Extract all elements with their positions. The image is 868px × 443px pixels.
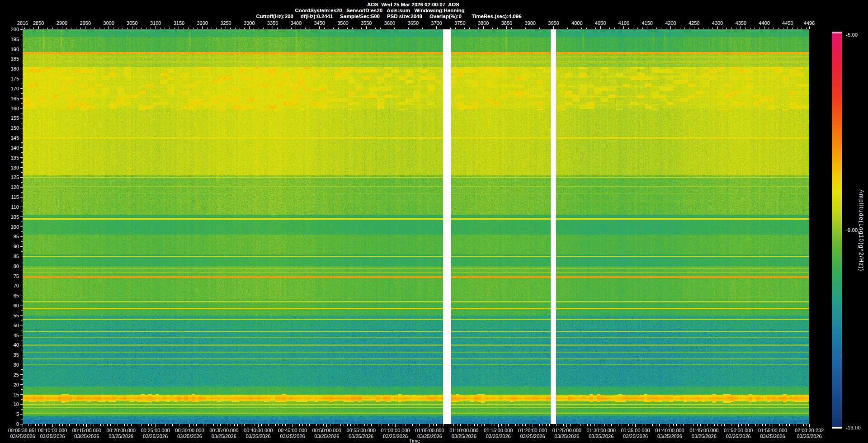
time-axis-minor-tick (477, 424, 478, 426)
time-axis-minor-tick (759, 424, 759, 426)
frequency-axis-label: 65 (0, 293, 19, 298)
time-axis-minor-tick (118, 424, 118, 426)
time-axis-minor-tick (402, 424, 402, 426)
time-axis-minor-tick (501, 424, 502, 426)
frequency-axis-label: 75 (0, 273, 19, 279)
time-axis-minor-tick (255, 424, 255, 426)
time-axis-minor-tick (42, 424, 42, 426)
record-axis-tick (23, 26, 23, 29)
record-axis-minor-tick (62, 28, 62, 29)
frequency-axis-label: 0 (0, 421, 19, 427)
record-axis-minor-tick (268, 28, 268, 29)
record-axis-minor-tick (605, 28, 605, 29)
record-axis-minor-tick (567, 28, 568, 29)
time-axis-minor-tick (574, 424, 574, 426)
record-axis-minor-tick (474, 28, 474, 29)
frequency-axis-label: 100 (0, 224, 19, 230)
time-axis-minor-tick (687, 424, 687, 426)
record-axis-minor-tick (530, 28, 530, 29)
time-axis-minor-tick (200, 424, 200, 426)
colorbar-min-label: -13.00 (846, 425, 861, 430)
time-axis-minor-tick (62, 424, 63, 426)
aos-spectrogram-window: AOS Wed 25 Mar 2026 02:00:07 AOS CoordSy… (0, 0, 868, 443)
frequency-axis-label: 15 (0, 392, 19, 397)
record-axis-minor-tick (549, 28, 549, 29)
time-axis-minor-tick (313, 424, 313, 426)
record-axis-minor-tick (806, 28, 807, 29)
time-axis-minor-tick (278, 424, 279, 426)
time-axis-minor-tick (248, 424, 248, 426)
time-axis-minor-tick (234, 424, 235, 426)
time-axis-minor-tick (309, 424, 310, 426)
record-axis-minor-tick (357, 28, 357, 29)
record-axis-minor-tick (502, 28, 502, 29)
time-axis-minor-tick (717, 424, 718, 426)
time-axis-minor-tick (721, 424, 722, 426)
record-axis-minor-tick (146, 28, 146, 29)
record-axis-minor-tick (670, 28, 671, 29)
date-label: 03/25/2026 (40, 434, 65, 439)
time-axis-minor-tick (800, 424, 800, 426)
record-axis-minor-tick (193, 28, 193, 29)
record-axis-minor-tick (291, 28, 292, 29)
time-axis-minor-tick (97, 424, 97, 426)
time-axis-minor-tick (447, 424, 447, 426)
time-axis-minor-tick (457, 424, 458, 426)
record-axis-minor-tick (319, 28, 320, 29)
time-axis-minor-tick (169, 424, 169, 426)
frequency-axis-label: 180 (0, 66, 19, 71)
time-axis-label: 00:40:00.000 (244, 428, 273, 433)
time-axis-minor-tick (409, 424, 409, 426)
time-axis-minor-tick (498, 424, 499, 426)
time-axis-minor-tick (639, 424, 639, 426)
record-axis-minor-tick (788, 28, 788, 29)
record-axis-minor-tick (277, 28, 278, 29)
time-axis-minor-tick (86, 424, 87, 426)
time-axis-minor-tick (505, 424, 505, 426)
frequency-axis-label: 45 (0, 333, 19, 338)
spectrogram-plot[interactable] (23, 29, 809, 424)
record-axis-label: 2816 (17, 20, 28, 26)
time-axis-minor-tick (618, 424, 618, 426)
time-axis-minor-tick (306, 424, 307, 426)
frequency-axis-label: 135 (0, 155, 19, 160)
record-axis-minor-tick (333, 28, 334, 29)
record-axis-minor-tick (254, 28, 254, 29)
time-axis-minor-tick (594, 424, 594, 426)
time-axis-minor-tick (59, 424, 60, 426)
record-axis-label: 4050 (595, 20, 606, 26)
time-axis-minor-tick (776, 424, 776, 426)
time-axis-minor-tick (323, 424, 324, 426)
time-axis-minor-tick (162, 424, 162, 426)
time-axis-minor-tick (704, 424, 704, 426)
record-axis-minor-tick (712, 28, 713, 29)
time-axis-label: 00:20:00.000 (107, 428, 136, 433)
time-axis-minor-tick (426, 424, 426, 426)
time-axis-minor-tick (52, 424, 53, 426)
record-axis-tick (809, 26, 810, 29)
time-axis-minor-tick (69, 424, 70, 426)
time-axis-minor-tick (714, 424, 715, 426)
record-axis-minor-tick (315, 28, 315, 29)
time-axis-minor-tick (697, 424, 698, 426)
time-axis-minor-tick (419, 424, 420, 426)
time-axis-minor-tick (748, 424, 749, 426)
frequency-axis-label: 95 (0, 234, 19, 239)
frequency-axis-label: 50 (0, 323, 19, 328)
frequency-axis-label: 120 (0, 184, 19, 190)
time-axis-minor-tick (656, 424, 656, 426)
time-axis-minor-tick (724, 424, 725, 426)
date-label: 03/25/2026 (212, 434, 236, 439)
date-label: 03/25/2026 (10, 434, 35, 439)
time-axis-minor-tick (337, 424, 337, 426)
colorbar (832, 32, 842, 429)
record-axis-label: 3200 (197, 20, 208, 26)
record-axis-minor-tick (726, 28, 727, 29)
time-axis-minor-tick (484, 424, 485, 426)
record-axis-minor-tick (160, 28, 160, 29)
frequency-axis-label: 175 (0, 76, 19, 81)
record-axis-minor-tick (684, 28, 685, 29)
time-axis-minor-tick (529, 424, 529, 426)
record-axis-minor-tick (226, 28, 226, 29)
time-axis-minor-tick (258, 424, 259, 426)
